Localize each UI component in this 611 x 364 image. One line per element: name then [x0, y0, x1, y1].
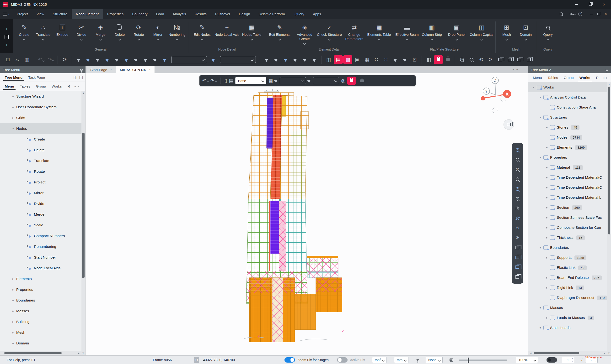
subtab-report[interactable]: R	[594, 74, 601, 81]
expand-arrow-icon[interactable]: ▸	[544, 186, 550, 189]
tree-item[interactable]: Scale	[0, 220, 82, 230]
model-viewport[interactable]: ↶ ↷ ▯ ▤ Base ▦ ◎ Z Y X ⇄ □ + − ⟲	[85, 73, 528, 355]
iso-view-cube-icon[interactable]	[496, 55, 505, 64]
view-lock-icon[interactable]	[347, 77, 356, 85]
expand-arrow-icon[interactable]: ▸	[10, 116, 16, 119]
zoom-out-icon[interactable]: −	[513, 175, 521, 183]
subtab-works[interactable]: Works	[49, 83, 64, 90]
tree-item[interactable]: Renumbering	[0, 241, 82, 252]
ribbon-button[interactable]: ⟳ Rotate	[129, 22, 148, 40]
length-unit-select[interactable]: mm	[394, 357, 408, 363]
expand-arrow-icon[interactable]: ▾	[537, 116, 543, 119]
ribbon-button[interactable]: ▦ Elements Table	[367, 22, 391, 40]
tab-tree-menu[interactable]: Tree Menu	[2, 74, 25, 81]
expand-arrow-icon[interactable]: ▸	[544, 286, 550, 289]
rotate-device-icon[interactable]: ▯	[224, 78, 227, 83]
scrollbar-thumb[interactable]	[4, 352, 62, 354]
expand-arrow-icon[interactable]: ▸	[544, 226, 550, 229]
right-vertical-scrollbar[interactable]: ▴	[607, 82, 611, 351]
node-number-toggle-icon[interactable]: ∷	[381, 55, 390, 64]
zoom-fix-toggle[interactable]	[284, 357, 295, 363]
zoom-fit-icon[interactable]: ⇄	[458, 55, 467, 64]
tree-item[interactable]: ▸ Composite Section for Con	[528, 222, 607, 233]
tree-item[interactable]: Node Local Axis	[0, 263, 82, 273]
shrink-toggle-icon[interactable]: ⊡	[410, 55, 419, 64]
minimize-button[interactable]	[569, 0, 583, 9]
expand-arrow-icon[interactable]: ▸	[10, 277, 16, 281]
ribbon-button[interactable]: + Node Local Axis	[214, 22, 239, 40]
close-button[interactable]: ×	[597, 0, 611, 9]
split-window-icon[interactable]: ◫	[324, 55, 333, 64]
view-lock-disabled-icon[interactable]	[358, 77, 366, 85]
subtab-report[interactable]: R	[65, 83, 72, 90]
ribbon-button[interactable]: № Numbering	[167, 22, 187, 40]
top-view-cube-icon[interactable]	[505, 55, 514, 64]
save-icon[interactable]: ▥	[22, 55, 31, 64]
tree-item[interactable]: ▸ Beam End Release 726	[528, 273, 607, 283]
menu-item[interactable]: Pushover	[211, 9, 235, 19]
orbit-icon[interactable]	[513, 214, 521, 222]
expand-arrow-icon[interactable]: ▸	[544, 276, 550, 279]
expand-arrow-icon[interactable]: ▸	[10, 299, 16, 302]
pick-cursor-icon[interactable]	[308, 79, 311, 82]
axis-triad[interactable]: Z Y X	[478, 76, 514, 115]
new-file-icon[interactable]: □	[3, 55, 13, 64]
stage-view-icon[interactable]: ▤	[229, 78, 234, 83]
help-icon[interactable]: ?	[576, 11, 584, 18]
select-cursor-icon[interactable]	[275, 79, 278, 82]
select-group-icon[interactable]	[281, 55, 291, 64]
tree-item[interactable]: ▸ Properties	[0, 284, 82, 295]
select-plane-icon[interactable]	[262, 55, 271, 64]
tree-item[interactable]: ▾ Structures	[528, 112, 607, 122]
ribbon-box-icon[interactable]	[4, 35, 9, 39]
composite-section-icon[interactable]: ▦	[268, 78, 273, 83]
menu-item[interactable]: Apps	[309, 9, 325, 19]
tree-item[interactable]: Mirror	[0, 187, 82, 198]
ribbon-button[interactable]: ⊞ Mesh	[497, 22, 516, 40]
doc-close-button[interactable]: ×	[602, 11, 609, 18]
page-current-spinner[interactable]: 1▲▼	[562, 357, 574, 363]
snap-mode-select[interactable]: None	[426, 357, 443, 363]
tree-item[interactable]: ▸ Loads to Masses 3	[528, 313, 607, 323]
select-intersect-icon[interactable]	[103, 55, 112, 64]
tree-item[interactable]: ▸ Section Stiffness Scale Fac	[528, 212, 607, 222]
expand-arrow-icon[interactable]: ▸	[544, 126, 550, 129]
menu-item[interactable]: Query	[290, 9, 309, 19]
iso-view-toggle-icon[interactable]: ▩	[343, 55, 352, 64]
expand-arrow-icon[interactable]: ▸	[544, 256, 550, 259]
top-view-icon[interactable]	[513, 273, 521, 281]
menu-item[interactable]: Properties	[103, 9, 128, 19]
expand-arrow-icon[interactable]: ▸	[544, 316, 550, 319]
tree-item[interactable]: ▸ Mesh	[0, 327, 82, 338]
expand-arrow-icon[interactable]: ▸	[544, 216, 550, 219]
expand-arrow-icon[interactable]: ▾	[537, 326, 543, 329]
menu-item[interactable]: Analysis	[168, 9, 190, 19]
ribbon-button[interactable]: ▬ Effective Beam	[395, 22, 419, 40]
subtab-menu[interactable]: Menu	[2, 83, 16, 90]
tree-item[interactable]: ▸ Structure Wizard	[0, 91, 82, 102]
ribbon-expand-icon[interactable]: ↑	[5, 42, 8, 47]
tab-scroll-arrows[interactable]: ◂▸	[513, 67, 520, 71]
front-view-cube-icon[interactable]	[515, 55, 524, 64]
subtab-scroll-left-icon[interactable]: ◂	[74, 85, 76, 88]
tree-item[interactable]: ▾ Boundaries	[528, 243, 607, 253]
expand-arrow-icon[interactable]: ▸	[10, 288, 16, 291]
scroll-up-icon[interactable]: ▴	[82, 91, 85, 94]
ribbon-button[interactable]: ◈ Advanced Create	[292, 22, 317, 44]
subtab-scroll-right-icon[interactable]: ▸	[606, 76, 608, 79]
expand-arrow-icon[interactable]: ▾	[10, 127, 16, 130]
filter-icon[interactable]	[416, 359, 419, 361]
ribbon-button[interactable]: ✎ Edit Elements	[267, 22, 292, 40]
tree-item[interactable]: ▸ Grids	[0, 112, 82, 123]
scroll-down-icon[interactable]: ▾	[607, 351, 611, 355]
side-view-icon[interactable]	[513, 263, 521, 272]
tree-item[interactable]: ▸ Elements 8269	[528, 143, 607, 152]
tree-item[interactable]: Merge	[0, 209, 82, 220]
tree-item[interactable]: Divide	[0, 198, 82, 209]
select-type-icon[interactable]	[301, 55, 310, 64]
menu-item[interactable]: Project	[13, 9, 32, 19]
search-icon[interactable]	[557, 11, 565, 18]
doc-minimize-button[interactable]	[588, 11, 595, 18]
right-horizontal-scrollbar[interactable]: ◂ ▸ ▾	[528, 351, 611, 355]
subtab-scroll-left-icon[interactable]: ◂	[603, 76, 604, 79]
